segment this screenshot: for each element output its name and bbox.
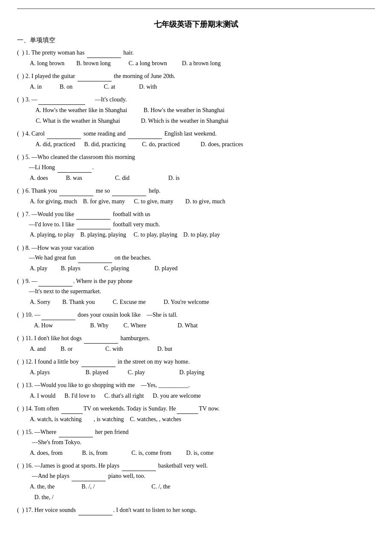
q12-options: A. plays B. played C. play D. playing — [30, 367, 375, 378]
q3-text: ( ) 3. — —It's cloudy. — [17, 96, 127, 103]
q5-options: A. does B. was C. did D. is — [30, 173, 375, 183]
q16-options: A. the, the B. /, / C. /, the D. the, / — [30, 481, 375, 503]
q10-text: ( ) 10. — does your cousin look like —Sh… — [17, 312, 178, 318]
question-14: ( ) 14. Tom often TV on weekends. Today … — [17, 404, 375, 425]
q1-opt-row: A. long brown B. brown long C. a long br… — [30, 58, 375, 69]
question-15: ( ) 15. —Where her pen friend —She's fro… — [17, 427, 375, 458]
q8-text: ( ) 8. —How was your vacation —We had gr… — [17, 245, 151, 261]
question-4: ( ) 4. Carol some reading and English la… — [17, 129, 375, 150]
question-6: ( ) 6. Thank you me so help. A. for givi… — [17, 186, 375, 207]
q6-text: ( ) 6. Thank you me so help. — [17, 188, 161, 194]
question-3: ( ) 3. — —It's cloudy. A. How's the weat… — [17, 95, 375, 126]
q1-options: A. long brown B. brown long C. a long br… — [30, 58, 375, 69]
q6-options: A. for giving, much B. for give, many C.… — [30, 196, 375, 207]
q15-options: A. does, from B. is, from C. is, come fr… — [30, 448, 375, 458]
page-title: 七年级英语下册期末测试 — [17, 15, 375, 29]
q9-text: ( ) 9. —. Where is the pay phone —It's n… — [17, 278, 133, 295]
question-10: ( ) 10. — does your cousin look like —Sh… — [17, 310, 375, 331]
question-17: ( ) 17. Her voice sounds . I don't want … — [17, 505, 375, 515]
q16-text: ( ) 16. —James is good at sports. He pla… — [17, 462, 208, 479]
q7-text: ( ) 7. —Would you like football with us … — [17, 211, 160, 228]
q11-text: ( ) 11. I don't like hot dogs hamburgers… — [17, 335, 150, 341]
q14-options: A. watch, is watching , is watching C. w… — [30, 414, 375, 425]
question-1: ( ) 1. The pretty woman has hair. A. lon… — [17, 48, 375, 69]
q14-text: ( ) 14. Tom often TV on weekends. Today … — [17, 405, 219, 412]
q5-text: ( ) 5. —Who cleaned the classroom this m… — [17, 154, 135, 171]
question-12: ( ) 12. I found a little boy in the stre… — [17, 357, 375, 378]
q12-text: ( ) 12. I found a little boy in the stre… — [17, 358, 190, 365]
q13-text: ( ) 13. —Would you like to go shopping w… — [17, 382, 190, 388]
q7-options: A. playing, to play B. playing, playing … — [30, 229, 375, 240]
q1-text: ( ) 1. The pretty woman has hair. — [17, 49, 134, 56]
q10-options: A. How B. Why C. Where D. What — [30, 320, 375, 331]
q2-text: ( ) 2. I played the guitar the morning o… — [17, 73, 175, 79]
q4-options: A. did, practiced B. did, practicing C. … — [30, 139, 375, 150]
q8-options: A. play B. plays C. playing D. played — [30, 263, 375, 274]
section-title: 一、单项填空 — [17, 36, 375, 44]
q3-options: A. How's the weather like in Shanghai B.… — [30, 105, 375, 126]
question-2: ( ) 2. I played the guitar the morning o… — [17, 71, 375, 92]
q13-options: A. I would B. I'd love to C. that's all … — [30, 390, 375, 401]
q9-options: A. Sorry B. Thank you C. Excuse me D. Yo… — [30, 297, 375, 307]
q2-options: A. in B. on C. at D. with — [30, 81, 375, 92]
question-9: ( ) 9. —. Where is the pay phone —It's n… — [17, 276, 375, 307]
q11-options: A. and B. or C. with D. but — [30, 344, 375, 354]
question-5: ( ) 5. —Who cleaned the classroom this m… — [17, 152, 375, 183]
q17-text: ( ) 17. Her voice sounds . I don't want … — [17, 507, 197, 513]
question-13: ( ) 13. —Would you like to go shopping w… — [17, 380, 375, 401]
top-divider — [17, 9, 375, 9]
question-16: ( ) 16. —James is good at sports. He pla… — [17, 461, 375, 503]
question-11: ( ) 11. I don't like hot dogs hamburgers… — [17, 333, 375, 354]
q15-text: ( ) 15. —Where her pen friend —She's fro… — [17, 429, 129, 445]
question-8: ( ) 8. —How was your vacation —We had gr… — [17, 243, 375, 274]
question-7: ( ) 7. —Would you like football with us … — [17, 209, 375, 240]
q4-text: ( ) 4. Carol some reading and English la… — [17, 130, 216, 137]
